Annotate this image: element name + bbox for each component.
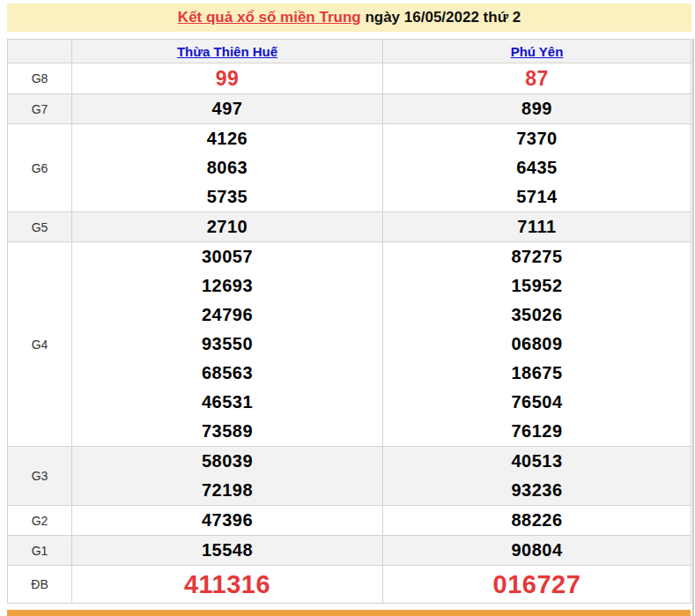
prize-number: 06809 (383, 330, 691, 359)
results-table: Thừa Thiên Huế Phú Yên G89987G7497899G64… (7, 39, 691, 604)
prize-row-ĐB: ĐB411316016727 (8, 566, 691, 604)
province-header-row: Thừa Thiên Huế Phú Yên (8, 40, 691, 63)
prize-label: G2 (8, 506, 72, 536)
prize-row-G8: G89987 (8, 63, 691, 94)
prize-number: 47396 (72, 506, 382, 535)
title-link[interactable]: Kết quả xổ số miền Trung (178, 9, 361, 26)
prize-number: 24796 (72, 301, 382, 330)
numbers-cell: 5803972198 (72, 447, 383, 506)
prize-number: 30057 (72, 242, 382, 271)
numbers-cell: 4051393236 (383, 447, 691, 506)
prize-number: 93550 (72, 330, 382, 359)
prize-label: G5 (8, 212, 72, 242)
numbers-cell: 87275159523502606809186757650476129 (383, 242, 691, 447)
numbers-cell: 99 (72, 63, 383, 94)
prize-row-G3: G358039721984051393236 (8, 447, 691, 506)
numbers-cell: 30057126932479693550685634653173589 (72, 242, 383, 447)
prize-number: 7370 (383, 124, 691, 153)
page-title: Kết quả xổ số miền Trung ngày 16/05/2022… (7, 4, 691, 32)
prize-number: 99 (72, 63, 382, 93)
prize-number: 7111 (383, 212, 691, 241)
prize-number: 58039 (72, 447, 382, 476)
prize-number: 411316 (72, 566, 382, 603)
prize-label: G1 (8, 536, 72, 566)
prize-number: 87275 (383, 242, 691, 271)
prize-number: 93236 (383, 476, 691, 505)
prize-number: 88226 (383, 506, 691, 535)
prize-number: 90804 (383, 536, 691, 565)
prize-number: 15548 (72, 536, 382, 565)
prize-row-G6: G6412680635735737064355714 (8, 124, 691, 212)
column-header-phu-yen: Phú Yên (383, 40, 691, 63)
prize-number: 40513 (383, 447, 691, 476)
prize-number: 4126 (72, 124, 382, 153)
numbers-cell: 899 (383, 94, 691, 124)
prize-number: 016727 (383, 566, 691, 603)
province-link-phu-yen[interactable]: Phú Yên (511, 44, 564, 59)
prize-label: G7 (8, 94, 72, 124)
prize-number: 8063 (72, 153, 382, 182)
prize-row-G4: G430057126932479693550685634653173589872… (8, 242, 691, 447)
prize-number: 73589 (72, 417, 382, 446)
numbers-cell: 2710 (72, 212, 383, 242)
prize-label: G4 (8, 242, 72, 447)
numbers-cell: 87 (383, 63, 691, 94)
numbers-cell: 737064355714 (383, 124, 691, 212)
prize-row-G7: G7497899 (8, 94, 691, 124)
prize-number: 76129 (383, 417, 691, 446)
prize-number: 12693 (72, 271, 382, 301)
prize-number: 46531 (72, 388, 382, 417)
prize-number: 35026 (383, 301, 691, 330)
numbers-cell: 88226 (383, 506, 691, 536)
numbers-cell: 411316 (72, 566, 383, 604)
title-date: ngày 16/05/2022 thứ 2 (361, 9, 521, 26)
prize-label: ĐB (8, 566, 72, 604)
prize-number: 68563 (72, 359, 382, 388)
prize-label: G6 (8, 124, 72, 212)
scrollbar-edge[interactable] (692, 39, 694, 616)
prize-number: 87 (383, 63, 691, 93)
prize-number: 6435 (383, 153, 691, 182)
prize-number: 899 (383, 94, 691, 123)
numbers-cell: 15548 (72, 536, 383, 566)
prize-number: 15952 (383, 271, 691, 301)
prize-label: G8 (8, 63, 72, 94)
province-link-thua-thien-hue[interactable]: Thừa Thiên Huế (177, 44, 277, 59)
numbers-cell: 47396 (72, 506, 383, 536)
prize-number: 2710 (72, 212, 382, 241)
numbers-cell: 7111 (383, 212, 691, 242)
prize-row-G1: G11554890804 (8, 536, 691, 566)
prize-row-G2: G24739688226 (8, 506, 691, 536)
numbers-cell: 412680635735 (72, 124, 383, 212)
prize-row-G5: G527107111 (8, 212, 691, 242)
prize-number: 5714 (383, 182, 691, 212)
numbers-cell: 90804 (383, 536, 691, 566)
prize-column-header (8, 40, 72, 63)
footer-bar (7, 610, 691, 616)
numbers-cell: 016727 (383, 566, 691, 604)
prize-number: 72198 (72, 476, 382, 505)
prize-number: 76504 (383, 388, 691, 417)
column-header-hue: Thừa Thiên Huế (72, 40, 383, 63)
prize-label: G3 (8, 447, 72, 506)
results-table-body: G89987G7497899G6412680635735737064355714… (8, 63, 691, 604)
prize-number: 497 (72, 94, 382, 123)
prize-number: 18675 (383, 359, 691, 388)
numbers-cell: 497 (72, 94, 383, 124)
prize-number: 5735 (72, 182, 382, 212)
